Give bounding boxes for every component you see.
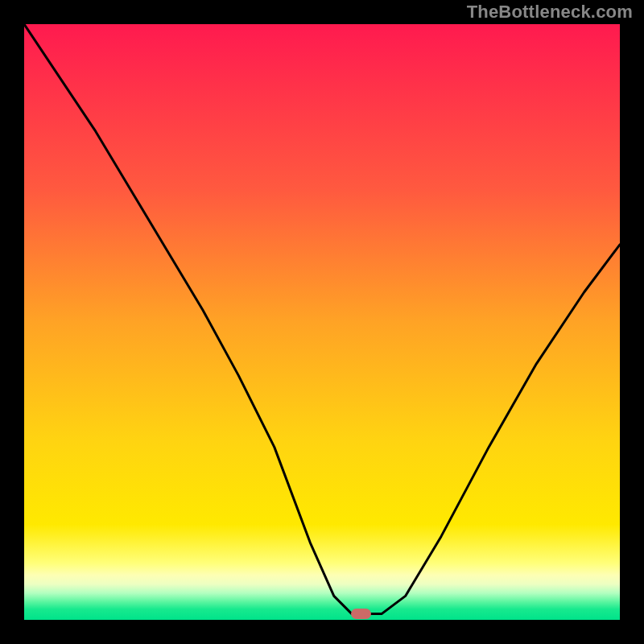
plot-area bbox=[24, 24, 620, 620]
optimal-point-marker bbox=[351, 609, 371, 619]
bottleneck-curve-path bbox=[24, 24, 620, 614]
bottleneck-curve-svg bbox=[24, 24, 620, 620]
watermark-text: TheBottleneck.com bbox=[467, 2, 633, 23]
